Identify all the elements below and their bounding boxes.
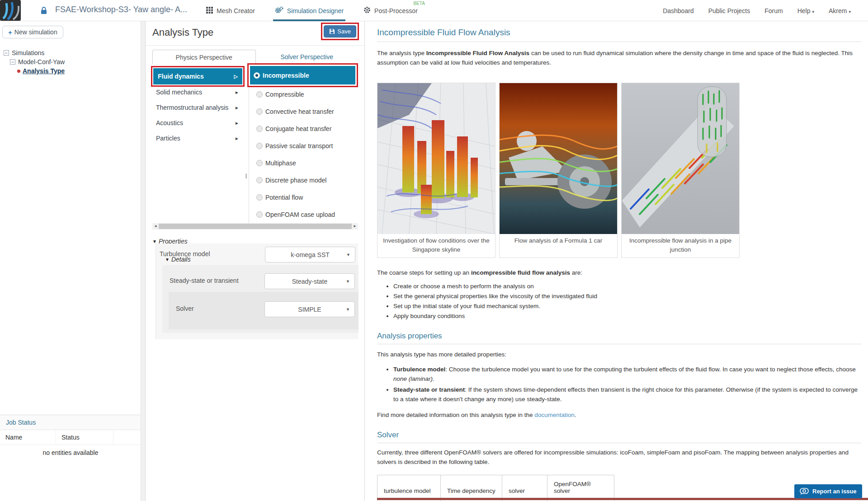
intro-text: The analysis type (377, 50, 426, 56)
submenu-arrow-icon (235, 136, 239, 141)
tree-node-simulations[interactable]: Simulations (4, 49, 65, 56)
submenu-arrow-icon (235, 121, 239, 126)
tab-post-processor-label: Post-Processor (374, 7, 418, 14)
simscale-logo[interactable] (0, 0, 21, 21)
nav-user-label: Akrem (829, 7, 847, 14)
radio-icon[interactable] (256, 143, 263, 149)
bullet-text: . (433, 375, 434, 382)
radio-icon[interactable] (256, 91, 263, 98)
scroll-left-arrow[interactable] (152, 223, 159, 229)
tab-post-processor[interactable]: Post-Processor BETA (362, 0, 420, 21)
radio-icon[interactable] (256, 126, 263, 132)
physics-item-solid-mechanics[interactable]: Solid mechanics (152, 84, 244, 100)
option-multiphase[interactable]: Multiphase (253, 155, 358, 172)
radio-icon[interactable] (256, 177, 263, 183)
details-section-toggle[interactable]: Details (165, 256, 191, 263)
details-label: Details (171, 256, 191, 263)
annotation-red-line (377, 498, 868, 500)
radio-icon[interactable] (256, 211, 263, 218)
setup-steps-list: Create or choose a mesh to perform the a… (377, 281, 861, 321)
openfoam-upload-label: OpenFOAM case upload (265, 211, 335, 218)
workbench-tabs: Mesh Creator Simulation Designer (204, 0, 420, 21)
turbulence-model-select[interactable]: k-omega SST (265, 247, 355, 262)
particles-label: Particles (156, 135, 180, 142)
time-dependency-select[interactable]: Steady-state (264, 273, 355, 289)
col-solver: solver (502, 475, 547, 499)
example-card-skyline: Investigation of flow conditions over th… (377, 83, 495, 258)
collapse-icon[interactable] (4, 50, 9, 56)
project-title[interactable]: FSAE-Workshop-S3- Yaw angle- A... (55, 5, 187, 14)
property-bullet-steady-state: Steady-state or transient: If the system… (393, 385, 861, 404)
documentation-link[interactable]: documentation (534, 412, 575, 418)
option-openfoam-case-upload[interactable]: OpenFOAM case upload (253, 206, 358, 223)
physics-item-thermostructural[interactable]: Thermostructural analysis (152, 100, 244, 115)
nav-user-menu[interactable]: Akrem▾ (829, 7, 851, 14)
tab-physics-perspective[interactable]: Physics Perspective (152, 50, 256, 65)
option-compressible[interactable]: Compressible (253, 86, 358, 103)
save-button-label: Save (337, 28, 351, 35)
save-button[interactable]: Save (324, 25, 356, 37)
conjugate-label: Conjugate heat transfer (265, 125, 331, 132)
job-col-status: Status (56, 430, 113, 445)
multiphase-label: Multiphase (265, 159, 296, 167)
option-incompressible[interactable]: Incompressible (250, 66, 355, 84)
radio-selected-icon[interactable] (254, 72, 260, 79)
tab-simulation-designer-label: Simulation Designer (287, 7, 344, 14)
intro-bold: Incompressible Fluid Flow Analysis (426, 50, 529, 56)
column-resize-handle[interactable] (245, 173, 248, 179)
lock-icon (41, 6, 47, 16)
new-simulation-button[interactable]: + New simulation (2, 26, 63, 38)
tree-node-model[interactable]: Model-Conf-Yaw (10, 58, 65, 66)
f1-cfd-image (500, 83, 617, 234)
report-issue-button[interactable]: Report an issue (794, 484, 862, 498)
thermostructural-label: Thermostructural analysis (156, 104, 228, 111)
sidebar-scrollbar[interactable] (141, 21, 145, 501)
simulation-tree: Simulations Model-Conf-Yaw Analysis Type (4, 49, 65, 76)
nav-dashboard[interactable]: Dashboard (663, 7, 694, 14)
job-status-empty-message: no entities available (0, 445, 141, 460)
option-convective-heat-transfer[interactable]: Convective heat transfer (253, 103, 358, 120)
analysis-properties-intro: This analysis type has more detailed pro… (377, 350, 861, 359)
option-conjugate-heat-transfer[interactable]: Conjugate heat transfer (253, 120, 358, 137)
analysis-properties-list: Turbulence model: Choose the turbulence … (377, 365, 861, 404)
tab-solver-perspective[interactable]: Solver Perspective (256, 50, 359, 65)
nav-public-projects[interactable]: Public Projects (708, 7, 750, 14)
tree-model-label: Model-Conf-Yaw (18, 58, 65, 66)
scrollbar-thumb[interactable] (159, 224, 352, 229)
documentation-pane: Incompressible Fluid Flow Analysis The a… (365, 21, 868, 501)
property-bullet-turbulence: Turbulence model: Choose the turbulence … (393, 365, 861, 384)
collapse-icon[interactable] (10, 59, 15, 65)
caption-skyline: Investigation of flow conditions over th… (377, 234, 495, 258)
nav-forum[interactable]: Forum (764, 7, 783, 14)
discrete-phase-label: Discrete phase model (265, 177, 326, 184)
divider (377, 42, 861, 42)
more-info-text: . (575, 412, 576, 418)
horizontal-scrollbar[interactable] (152, 223, 358, 229)
nav-help-menu[interactable]: Help▾ (797, 7, 814, 14)
section-collapse-icon (152, 239, 157, 244)
potential-flow-label: Potential flow (265, 194, 303, 201)
tab-simulation-designer[interactable]: Simulation Designer (273, 0, 345, 21)
radio-icon[interactable] (256, 194, 263, 201)
bullet-bold: Turbulence model (393, 366, 445, 373)
panel-divider (146, 45, 364, 46)
option-passive-scalar-transport[interactable]: Passive scalar transport (253, 137, 358, 155)
tree-analysis-type-label[interactable]: Analysis Type (23, 67, 65, 75)
solver-select[interactable]: SIMPLE (264, 301, 355, 317)
tree-node-analysis-type[interactable]: Analysis Type (17, 67, 65, 75)
physics-item-fluid-dynamics[interactable]: Fluid dynamics (153, 68, 242, 84)
radio-icon[interactable] (256, 108, 263, 115)
analysis-type-panel: Analysis Type Save Physics Perspective S… (146, 21, 365, 501)
job-col-extra (113, 430, 141, 445)
navbar-links: Dashboard Public Projects Forum Help▾ Ak… (663, 0, 851, 21)
radio-icon[interactable] (256, 160, 263, 166)
option-potential-flow[interactable]: Potential flow (253, 189, 358, 206)
physics-item-particles[interactable]: Particles (152, 131, 244, 146)
option-discrete-phase-model[interactable]: Discrete phase model (253, 172, 358, 189)
tab-mesh-creator[interactable]: Mesh Creator (204, 0, 257, 21)
simulation-tree-sidebar: + New simulation Simulations Model-Conf-… (0, 21, 146, 501)
physics-item-acoustics[interactable]: Acoustics (152, 115, 244, 131)
step-item: Set the general physical properties like… (393, 291, 861, 301)
scroll-right-arrow[interactable] (352, 223, 358, 229)
example-cards: Investigation of flow conditions over th… (377, 83, 861, 258)
